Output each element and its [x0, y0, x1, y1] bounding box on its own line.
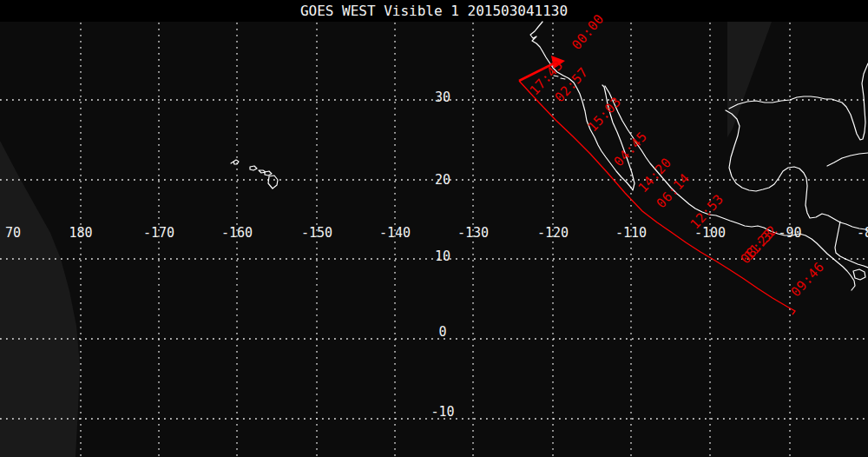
longitude-label: 180 [69, 225, 92, 241]
longitude-label: -8 [857, 225, 868, 241]
longitude-label: -150 [301, 225, 332, 241]
satellite-image-viewer: GOES WEST Visible 1 201503041130 70180-1… [0, 0, 868, 457]
latitude-label: 30 [435, 89, 450, 105]
longitude-label: -90 [778, 225, 801, 241]
longitude-label: 70 [5, 225, 21, 241]
longitude-label: -120 [537, 225, 569, 241]
longitude-label: -170 [143, 225, 174, 241]
satellite-map: 70180-170-160-150-140-130-120-110-100-90… [0, 0, 868, 457]
longitude-label: -130 [457, 225, 489, 241]
latitude-label: 10 [435, 248, 450, 264]
longitude-label: -140 [379, 225, 411, 241]
latitude-label: -10 [431, 404, 454, 420]
latitude-label: 20 [435, 172, 450, 188]
longitude-label: -110 [615, 225, 647, 241]
longitude-label: -160 [221, 225, 253, 241]
latitude-label: 0 [438, 324, 446, 340]
